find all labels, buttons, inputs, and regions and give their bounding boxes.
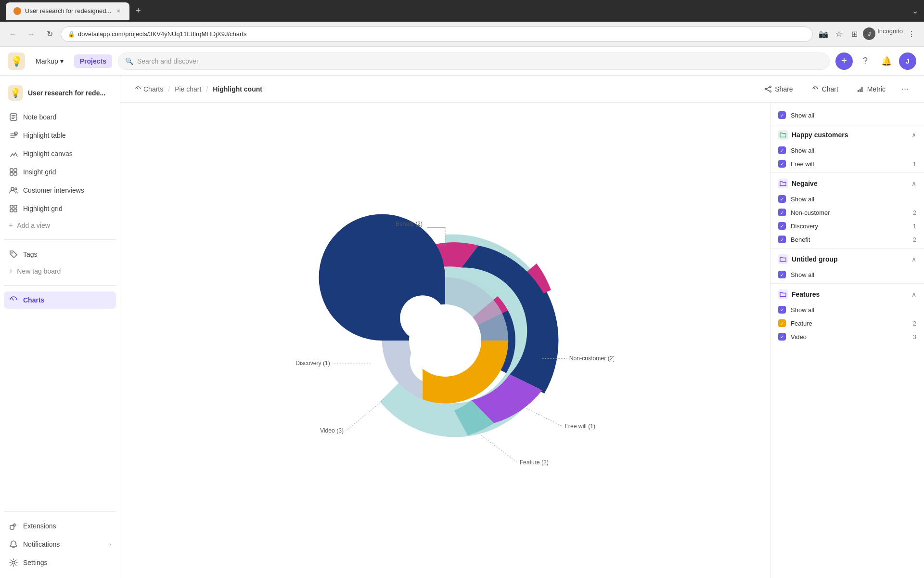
- negaive-show-all[interactable]: ✓ Show all: [770, 192, 924, 206]
- neg-show-all-checkbox[interactable]: ✓: [778, 195, 786, 203]
- happy-customers-show-all[interactable]: ✓ Show all: [770, 144, 924, 157]
- tags-icon: [9, 250, 18, 259]
- share-button[interactable]: Share: [758, 82, 799, 96]
- highlight-table-label: Highlight table: [23, 131, 66, 139]
- add-view-label: Add a view: [17, 222, 50, 229]
- sidebar-item-insight-grid[interactable]: Insight grid: [4, 163, 116, 181]
- sidebar-item-note-board[interactable]: Note board: [4, 108, 116, 126]
- sidebar: 💡 User research for rede... Note board H…: [0, 76, 120, 578]
- feat-video-checkbox[interactable]: ✓: [778, 333, 786, 341]
- right-panel: ✓ Show all Happy customers ∧: [770, 103, 924, 578]
- markup-button[interactable]: Markup ▾: [31, 54, 68, 68]
- charts-icon: [9, 295, 18, 305]
- sidebar-item-tags[interactable]: Tags: [4, 246, 116, 263]
- charts-label: Charts: [23, 296, 44, 304]
- bell-button[interactable]: 🔔: [878, 53, 895, 70]
- active-tab[interactable]: User research for redesigned... ×: [6, 2, 129, 20]
- neg-benefit-item[interactable]: ✓ Benefit 2: [770, 233, 924, 246]
- happy-customers-collapse-btn[interactable]: ∧: [911, 131, 916, 139]
- untitled-group-header[interactable]: Untitled group ∧: [770, 250, 924, 268]
- camera-off-icon[interactable]: 📷: [817, 27, 830, 41]
- neg-benefit-checkbox[interactable]: ✓: [778, 236, 786, 243]
- sidebar-item-settings[interactable]: Settings: [4, 554, 116, 571]
- features-show-all[interactable]: ✓ Show all: [770, 303, 924, 316]
- sidebar-item-highlight-grid[interactable]: Highlight grid: [4, 200, 116, 217]
- features-collapse-btn[interactable]: ∧: [911, 290, 916, 298]
- profile-circle[interactable]: J: [863, 27, 875, 40]
- refresh-button[interactable]: ↻: [42, 27, 57, 41]
- add-button[interactable]: +: [835, 53, 853, 70]
- sidebar-item-highlight-table[interactable]: Highlight table: [4, 127, 116, 144]
- more-button[interactable]: ···: [898, 81, 912, 97]
- feat-feature-checkbox[interactable]: ✓: [778, 319, 786, 327]
- checkbox-check-icon: ✓: [780, 223, 784, 229]
- checkbox-check-icon: ✓: [780, 307, 784, 313]
- add-view-item[interactable]: + Add a view: [4, 218, 116, 233]
- back-button[interactable]: ←: [6, 27, 20, 41]
- toolbar-actions: Share Chart Metric ···: [758, 81, 912, 97]
- svg-rect-16: [10, 525, 14, 529]
- hc-free-will-item[interactable]: ✓ Free will 1: [770, 157, 924, 171]
- new-tab-button[interactable]: +: [131, 4, 145, 18]
- checkbox-check-icon: ✓: [780, 237, 784, 242]
- sidebar-item-notifications[interactable]: Notifications ›: [4, 536, 116, 553]
- feat-show-all-checkbox[interactable]: ✓: [778, 306, 786, 314]
- search-bar[interactable]: 🔍 Search and discover: [118, 53, 830, 70]
- grid-icon[interactable]: ⊞: [847, 27, 861, 41]
- top-show-all[interactable]: ✓ Show all: [770, 108, 924, 124]
- sidebar-item-extensions[interactable]: Extensions: [4, 517, 116, 535]
- tab-close-button[interactable]: ×: [115, 8, 122, 14]
- untitled-group-collapse-btn[interactable]: ∧: [911, 255, 916, 263]
- top-show-all-checkbox[interactable]: ✓: [778, 111, 786, 119]
- browser-chrome: User research for redesigned... × + ⌄: [0, 0, 924, 22]
- content-toolbar: Charts / Pie chart / Highlight count Sha…: [120, 76, 924, 103]
- breadcrumb-highlight-count[interactable]: Highlight count: [210, 83, 265, 95]
- feat-video-count: 3: [910, 333, 916, 341]
- forward-button[interactable]: →: [24, 27, 38, 41]
- untitled-show-all[interactable]: ✓ Show all: [770, 268, 924, 281]
- hc-show-all-checkbox[interactable]: ✓: [778, 146, 786, 154]
- menu-icon[interactable]: ⋮: [905, 27, 918, 41]
- svg-point-9: [11, 187, 14, 190]
- sidebar-divider-3: [4, 511, 116, 512]
- neg-non-customer-item[interactable]: ✓ Non-customer 2: [770, 206, 924, 219]
- new-tag-board-item[interactable]: + New tag board: [4, 264, 116, 278]
- features-title: Features: [792, 290, 908, 298]
- customer-interviews-label: Customer interviews: [23, 186, 84, 194]
- sidebar-item-customer-interviews[interactable]: Customer interviews: [4, 182, 116, 199]
- tab-overflow-button[interactable]: ⌄: [912, 6, 918, 15]
- neg-discovery-item[interactable]: ✓ Discovery 1: [770, 219, 924, 233]
- happy-customers-header[interactable]: Happy customers ∧: [770, 126, 924, 144]
- breadcrumb-charts[interactable]: Charts: [132, 83, 166, 95]
- neg-discovery-checkbox[interactable]: ✓: [778, 222, 786, 230]
- negaive-header[interactable]: Negaive ∧: [770, 175, 924, 192]
- feat-video-item[interactable]: ✓ Video 3: [770, 330, 924, 343]
- svg-rect-6: [14, 169, 17, 171]
- sidebar-item-charts[interactable]: Charts: [4, 291, 116, 309]
- chart-container: Benefit (2) Non-customer (2) Free will (…: [120, 103, 924, 578]
- chart-icon: [811, 85, 819, 93]
- chart-label-non-customer: Non-customer (2): [569, 355, 614, 362]
- star-icon[interactable]: ☆: [832, 27, 846, 41]
- feat-feature-item[interactable]: ✓ Feature 2: [770, 316, 924, 330]
- breadcrumb-charts-icon: [135, 86, 141, 92]
- neg-show-all-label: Show all: [791, 196, 814, 203]
- neg-non-customer-checkbox[interactable]: ✓: [778, 209, 786, 216]
- metric-button[interactable]: Metric: [850, 82, 892, 96]
- features-header[interactable]: Features ∧: [770, 286, 924, 303]
- hc-free-will-count: 1: [910, 160, 916, 168]
- notifications-chevron-icon: ›: [109, 541, 111, 548]
- chart-button[interactable]: Chart: [805, 82, 845, 96]
- sidebar-item-highlight-canvas[interactable]: Highlight canvas: [4, 145, 116, 162]
- tags-label: Tags: [23, 250, 38, 258]
- ug-show-all-checkbox[interactable]: ✓: [778, 271, 786, 278]
- projects-button[interactable]: Projects: [74, 54, 112, 68]
- customer-interviews-icon: [9, 185, 18, 195]
- user-avatar[interactable]: J: [899, 53, 916, 70]
- happy-customers-folder-icon: [778, 130, 788, 140]
- help-button[interactable]: ?: [857, 53, 874, 70]
- hc-free-will-checkbox[interactable]: ✓: [778, 160, 786, 168]
- negaive-collapse-btn[interactable]: ∧: [911, 180, 916, 187]
- breadcrumb-pie-chart[interactable]: Pie chart: [172, 83, 204, 95]
- url-bar[interactable]: 🔒 dovetailapp.com/projects/3KV4yNUq11E8l…: [61, 26, 813, 42]
